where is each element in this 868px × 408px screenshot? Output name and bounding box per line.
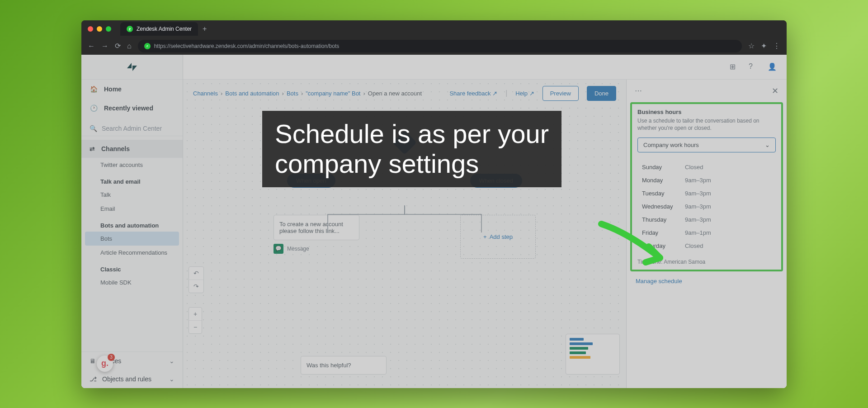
- minimap[interactable]: [566, 334, 620, 375]
- nav-twitter[interactable]: Twitter accounts: [81, 158, 183, 172]
- star-icon[interactable]: ☆: [748, 42, 755, 50]
- bc-1[interactable]: Bots and automation: [225, 90, 279, 97]
- schedule-row: Wednesday9am–3pm: [642, 200, 771, 213]
- nav-spaces[interactable]: 🖥spaces ⌄: [81, 352, 183, 370]
- breadcrumb: Channels› Bots and automation› Bots› "co…: [193, 90, 422, 97]
- nav-objects[interactable]: ⎇Objects and rules ⌄: [81, 370, 183, 388]
- zoom-in-button[interactable]: +: [189, 308, 202, 321]
- schedule-select[interactable]: Company work hours ⌄: [637, 138, 776, 152]
- nav-bots-head: Bots and automation: [81, 216, 183, 232]
- main-area: ⊞ ? 👤 Channels› Bots and automation› Bot…: [183, 55, 787, 388]
- message-node[interactable]: To create a new account please follow th…: [274, 215, 359, 240]
- nav-classic-head: Classic: [81, 260, 183, 275]
- add-step-label: Add step: [490, 233, 513, 240]
- lock-icon: z: [144, 43, 151, 49]
- nav-channels[interactable]: ⇄ Channels: [81, 140, 183, 158]
- nav-channels-label: Channels: [101, 145, 130, 152]
- schedule-row: Tuesday9am–3pm: [642, 187, 771, 200]
- app-frame: 🏠 Home 🕐 Recently viewed 🔍 Search Admin …: [81, 55, 787, 388]
- nav-email[interactable]: Email: [81, 202, 183, 216]
- home-button[interactable]: ⌂: [127, 42, 132, 50]
- share-feedback-link[interactable]: Share feedback ↗: [449, 90, 497, 97]
- schedule-table: SundayClosed Monday9am–3pm Tuesday9am–3p…: [637, 161, 776, 252]
- help-link[interactable]: Help ↗: [515, 90, 534, 97]
- overlay-line2: company settings: [275, 149, 549, 179]
- monitor-icon: 🖥: [90, 357, 96, 365]
- extensions-icon[interactable]: ✦: [761, 42, 767, 50]
- message-label: Message: [287, 246, 309, 252]
- maximize-dot[interactable]: [106, 26, 111, 32]
- minimize-dot[interactable]: [97, 26, 102, 32]
- more-icon[interactable]: ⋯: [635, 86, 642, 95]
- nav-home[interactable]: 🏠 Home: [81, 80, 183, 99]
- close-dot[interactable]: [88, 26, 93, 32]
- bottom-nav: 🖥spaces ⌄ ⎇Objects and rules ⌄: [81, 351, 183, 388]
- notification-badge[interactable]: g.: [97, 356, 113, 372]
- clock-icon: 🕐: [90, 104, 98, 112]
- nav-home-label: Home: [104, 85, 122, 93]
- apps-icon[interactable]: ⊞: [730, 62, 739, 71]
- timezone-label: Timezone: American Samoa: [637, 259, 776, 265]
- topbar: ⊞ ? 👤: [183, 55, 787, 80]
- schedule-row: Monday9am–3pm: [642, 174, 771, 187]
- bc-2[interactable]: Bots: [287, 90, 298, 97]
- home-icon: 🏠: [90, 85, 98, 93]
- redo-button[interactable]: ↷: [189, 280, 203, 293]
- add-step-button[interactable]: + Add step: [460, 215, 536, 259]
- nav-recently-viewed[interactable]: 🕐 Recently viewed: [81, 99, 183, 118]
- avatar-icon[interactable]: 👤: [768, 62, 777, 71]
- nav-talk[interactable]: Talk: [81, 188, 183, 202]
- annotation-overlay: Schedule is as per your company settings: [262, 111, 561, 187]
- panel-header: ⋯ ✕: [627, 80, 787, 102]
- schedule-row: SundayClosed: [642, 161, 771, 174]
- url-text: https://selectivehardware.zendesk.com/ad…: [154, 43, 340, 49]
- bc-4: Open a new account: [368, 90, 422, 97]
- forward-button[interactable]: →: [101, 42, 108, 50]
- bh-desc: Use a schedule to tailor the conversatio…: [637, 117, 776, 133]
- helpful-node[interactable]: Was this helpful?: [301, 356, 387, 375]
- schedule-row: SaturdayClosed: [642, 239, 771, 252]
- chevron-down-icon: ⌄: [169, 357, 175, 365]
- menu-icon[interactable]: ⋮: [773, 42, 780, 50]
- nav-objects-label: Objects and rules: [102, 375, 151, 383]
- nav-article[interactable]: Article Recommendations: [81, 246, 183, 260]
- bc-3[interactable]: "company name" Bot: [306, 90, 360, 97]
- done-button[interactable]: Done: [587, 86, 616, 101]
- business-hours-card: Business hours Use a schedule to tailor …: [630, 102, 783, 272]
- nav-talk-email-head: Talk and email: [81, 172, 183, 188]
- nav-bots[interactable]: Bots: [85, 232, 179, 246]
- overlay-line1: Schedule is as per your: [275, 119, 549, 149]
- help-icon[interactable]: ?: [749, 62, 758, 71]
- select-value: Company work hours: [643, 142, 699, 148]
- browser-tab[interactable]: z Zendesk Admin Center: [120, 22, 198, 36]
- message-badge: 💬 Message: [274, 244, 359, 254]
- bc-0[interactable]: Channels: [193, 90, 218, 97]
- manage-schedule-link[interactable]: Manage schedule: [627, 271, 787, 291]
- new-tab-button[interactable]: +: [203, 25, 207, 33]
- search-placeholder: Search Admin Center: [102, 125, 162, 132]
- nav-mobile[interactable]: Mobile SDK: [81, 275, 183, 289]
- search-input[interactable]: 🔍 Search Admin Center: [81, 121, 183, 136]
- chevron-down-icon: ⌄: [765, 142, 770, 148]
- message-icon: 💬: [274, 244, 283, 254]
- url-field[interactable]: z https://selectivehardware.zendesk.com/…: [138, 40, 742, 52]
- reload-button[interactable]: ⟳: [115, 42, 121, 50]
- zendesk-logo[interactable]: [81, 55, 183, 80]
- nav-recently-label: Recently viewed: [104, 104, 153, 112]
- g-logo-icon: g.: [101, 359, 108, 368]
- plus-icon: +: [483, 233, 487, 240]
- header-actions: Share feedback ↗ | Help ↗ Preview Done: [449, 86, 616, 101]
- side-panel: ⋯ ✕ Business hours Use a schedule to tai…: [626, 80, 787, 388]
- back-button[interactable]: ←: [88, 42, 95, 50]
- search-icon: 🔍: [90, 125, 97, 132]
- chevron-down-icon: ⌄: [169, 375, 175, 383]
- favicon-icon: z: [127, 26, 133, 32]
- breadcrumb-row: Channels› Bots and automation› Bots› "co…: [193, 86, 616, 101]
- url-bar: ← → ⟳ ⌂ z https://selectivehardware.zend…: [81, 38, 787, 55]
- close-icon[interactable]: ✕: [772, 86, 778, 96]
- zoom-out-button[interactable]: −: [189, 321, 202, 333]
- undo-button[interactable]: ↶: [189, 267, 203, 280]
- swap-icon: ⇄: [90, 145, 95, 152]
- preview-button[interactable]: Preview: [542, 86, 579, 101]
- titlebar: z Zendesk Admin Center +: [81, 20, 787, 38]
